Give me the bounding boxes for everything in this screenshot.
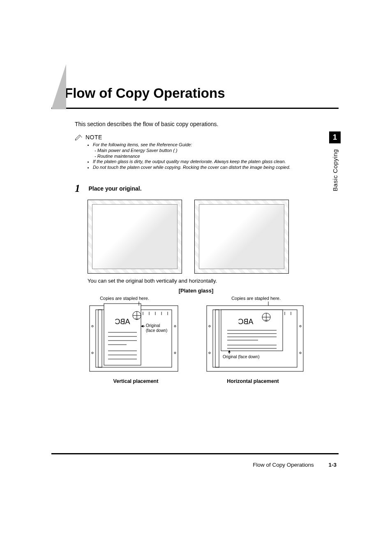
chapter-side-tab: 1 Basic Copying: [329, 131, 341, 191]
doc-text: ABC: [115, 318, 130, 326]
footer-title: Flow of Copy Operations: [253, 462, 314, 468]
svg-marker-32: [141, 325, 143, 327]
vertical-placement-block: Copies are stapled here.: [88, 296, 184, 384]
original-label-h: Original (face down): [223, 355, 259, 359]
note-label: NOTE: [85, 134, 102, 140]
footer-rule: [51, 453, 339, 454]
svg-point-4: [174, 325, 176, 327]
page-number: 1-3: [328, 462, 337, 468]
step-number: 1: [75, 182, 80, 195]
note-block: NOTE For the following items, see the Re…: [75, 134, 322, 170]
heading-rule: [51, 108, 339, 109]
svg-point-5: [174, 352, 176, 354]
svg-point-35: [209, 325, 210, 327]
horizontal-placement-label: Horizontal placement: [205, 378, 301, 384]
vertical-placement-diagram: ABC Original (: [88, 302, 180, 373]
original-label-line2: (face down): [146, 328, 167, 333]
section-heading: Flow of Copy Operations: [51, 66, 339, 109]
doc-text: ABC: [238, 318, 253, 326]
svg-point-38: [300, 352, 301, 354]
chapter-label: Basic Copying: [332, 149, 339, 191]
svg-rect-48: [215, 310, 219, 367]
pencil-note-icon: [75, 134, 83, 140]
copier-feeder-illustration: [88, 200, 182, 274]
svg-point-2: [92, 325, 93, 327]
step-1: 1 Place your original.: [75, 182, 322, 195]
staple-label: Copies are stapled here.: [88, 296, 184, 301]
intro-text: This section describes the flow of basic…: [75, 121, 218, 127]
platen-glass-label: [Platen glass]: [0, 288, 392, 294]
staple-label: Copies are stapled here.: [205, 296, 301, 301]
heading-triangle-decoration: [51, 64, 66, 109]
svg-point-36: [209, 352, 210, 354]
svg-rect-16: [98, 310, 102, 367]
copier-platen-open-illustration: [194, 200, 289, 274]
svg-point-37: [300, 325, 301, 327]
page-footer: Flow of Copy Operations 1-3: [253, 462, 337, 468]
chapter-number-chip: 1: [329, 131, 341, 143]
note-subitem: Routine maintenance: [95, 154, 322, 159]
note-subitem: Main power and Energy Saver button ( ): [95, 148, 322, 154]
illustration-row: [88, 200, 289, 274]
note-item: If the platen glass is dirty, the output…: [93, 159, 322, 165]
svg-point-3: [92, 352, 93, 354]
illustration-note: You can set the original both vertically…: [88, 278, 217, 284]
note-item: Do not touch the platen cover while copy…: [93, 165, 322, 170]
note-item: For the following items, see the Referen…: [93, 142, 322, 148]
horizontal-placement-block: Copies are stapled here. ABC: [205, 296, 301, 384]
heading-title: Flow of Copy Operations: [51, 66, 339, 107]
vertical-placement-label: Vertical placement: [88, 378, 184, 384]
horizontal-placement-diagram: ABC Original (face down): [205, 302, 305, 373]
original-label-line1: Original: [146, 323, 160, 328]
step-title: Place your original.: [88, 185, 141, 192]
